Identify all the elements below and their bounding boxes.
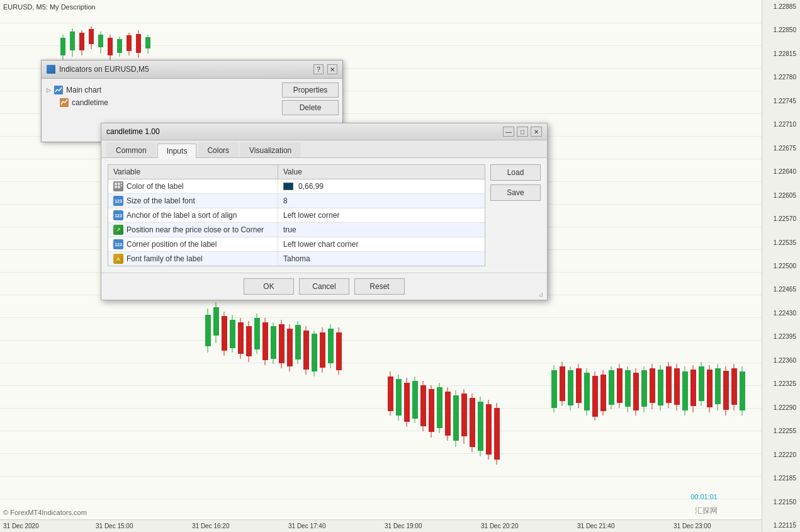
td-value-3[interactable]: true xyxy=(278,224,485,236)
svg-rect-3 xyxy=(70,31,75,50)
svg-rect-117 xyxy=(690,370,696,406)
time-label-7: 31 Dec 23:00 xyxy=(673,523,711,529)
svg-rect-39 xyxy=(279,324,285,363)
svg-rect-133 xyxy=(115,183,117,185)
svg-rect-41 xyxy=(287,329,293,366)
variable-label-1: Size of the label font xyxy=(127,196,195,205)
props-titlebar: candletime 1.00 — □ ✕ xyxy=(101,123,547,140)
svg-rect-15 xyxy=(127,35,132,51)
props-minimize-button[interactable]: — xyxy=(503,127,514,137)
price-5: 1.22710 xyxy=(763,121,799,128)
resize-handle[interactable]: ⊿ xyxy=(538,291,546,298)
svg-rect-57 xyxy=(396,379,402,416)
delete-button[interactable]: Delete xyxy=(282,100,339,115)
table-header: Variable Value xyxy=(108,165,485,179)
price-3: 1.22780 xyxy=(763,74,799,81)
price-18: 1.22255 xyxy=(763,427,799,434)
anchor-icon: 123 xyxy=(113,210,123,220)
load-button[interactable]: Load xyxy=(490,164,541,181)
svg-rect-107 xyxy=(650,368,655,403)
price-6: 1.22675 xyxy=(763,145,799,152)
svg-rect-69 xyxy=(445,392,451,436)
td-value-1[interactable]: 8 xyxy=(278,195,485,207)
tab-inputs[interactable]: Inputs xyxy=(157,144,197,158)
price-11: 1.22500 xyxy=(763,263,799,269)
svg-rect-9 xyxy=(98,35,103,47)
svg-rect-71 xyxy=(453,395,459,441)
price-22: 1.22115 xyxy=(763,522,799,529)
watermark-left: © ForexMT4Indicators.com xyxy=(3,509,87,516)
indicators-close-button[interactable]: ✕ xyxy=(327,64,337,74)
price-9: 1.22570 xyxy=(763,215,799,222)
indicators-title-group: Indicators on EURUSD,M5 xyxy=(47,65,149,74)
svg-rect-55 xyxy=(388,376,393,411)
th-value: Value xyxy=(278,165,485,179)
td-value-5[interactable]: Tahoma xyxy=(278,252,485,265)
ok-button[interactable]: OK xyxy=(244,278,294,295)
price-16: 1.22325 xyxy=(763,380,799,387)
time-label-0: 31 Dec 2020 xyxy=(3,523,39,529)
props-maximize-button[interactable]: □ xyxy=(517,127,528,137)
value-text-3: true xyxy=(283,225,296,234)
table-row: ↗ Position near the price close or to Co… xyxy=(108,223,485,237)
cancel-button[interactable]: Cancel xyxy=(299,278,349,295)
value-text-1: 8 xyxy=(283,196,288,205)
tab-common[interactable]: Common xyxy=(106,143,156,157)
svg-rect-43 xyxy=(295,325,301,359)
svg-rect-137 xyxy=(121,183,122,184)
value-text-4: Left lower chart corner xyxy=(283,240,358,249)
props-footer: OK Cancel Reset xyxy=(101,273,547,300)
tree-main-chart: ▷ Main chart xyxy=(47,84,273,96)
svg-rect-27 xyxy=(230,320,235,348)
props-window-controls: — □ ✕ xyxy=(503,127,542,137)
time-label-2: 31 Dec 16:20 xyxy=(192,523,230,529)
indicators-help-button[interactable]: ? xyxy=(313,64,324,74)
value-text-5: Tahoma xyxy=(283,254,310,263)
svg-rect-45 xyxy=(303,331,309,370)
tab-visualization[interactable]: Visualization xyxy=(240,143,301,157)
reset-button[interactable]: Reset xyxy=(354,278,405,295)
props-dialog-title: candletime 1.00 xyxy=(106,127,160,136)
tree-indicator-item[interactable]: candletime xyxy=(47,96,273,109)
table-row: 123 Corner position of the label Left lo… xyxy=(108,237,485,252)
svg-rect-29 xyxy=(238,322,244,354)
time-label-3: 31 Dec 17:40 xyxy=(288,523,326,529)
svg-rect-127 xyxy=(731,368,737,405)
indicator-icon xyxy=(59,98,69,108)
svg-rect-105 xyxy=(641,370,647,407)
td-value-0[interactable]: 0,66,99 xyxy=(278,180,485,193)
svg-rect-97 xyxy=(609,370,614,405)
indicators-titlebar: Indicators on EURUSD,M5 ? ✕ xyxy=(42,60,342,79)
tab-colors[interactable]: Colors xyxy=(198,143,239,157)
corner-icon: 123 xyxy=(113,239,123,249)
price-13: 1.22430 xyxy=(763,310,799,317)
td-value-4[interactable]: Left lower chart corner xyxy=(278,238,485,251)
td-value-2[interactable]: Left lower corner xyxy=(278,209,485,222)
indicators-dialog-controls: ? ✕ xyxy=(313,64,337,74)
svg-rect-77 xyxy=(478,402,483,451)
svg-rect-85 xyxy=(560,366,565,401)
svg-rect-61 xyxy=(412,381,418,419)
expand-icon: ▷ xyxy=(47,87,51,93)
price-20: 1.22185 xyxy=(763,475,799,482)
table-row: 123 Anchor of the label a sort of align … xyxy=(108,208,485,223)
time-label-5: 31 Dec 20:20 xyxy=(481,523,519,529)
td-variable-2: 123 Anchor of the label a sort of align xyxy=(108,208,278,222)
svg-rect-35 xyxy=(262,322,268,360)
svg-rect-81 xyxy=(494,408,500,460)
indicators-dialog-title: Indicators on EURUSD,M5 xyxy=(59,65,149,74)
svg-rect-25 xyxy=(222,316,227,351)
save-button[interactable]: Save xyxy=(490,184,541,201)
props-close-button[interactable]: ✕ xyxy=(531,127,542,137)
svg-rect-23 xyxy=(213,307,219,336)
time-label-4: 31 Dec 19:00 xyxy=(385,523,422,529)
font-icon: A xyxy=(113,254,123,264)
svg-rect-101 xyxy=(625,370,631,407)
properties-button[interactable]: Properties xyxy=(282,82,339,98)
svg-rect-67 xyxy=(437,387,442,428)
svg-rect-129 xyxy=(740,371,745,410)
svg-rect-135 xyxy=(115,186,117,188)
properties-dialog: candletime 1.00 — □ ✕ Common Inputs Colo… xyxy=(101,123,548,300)
tree-main-chart-label: Main chart xyxy=(66,86,101,94)
indicators-icon xyxy=(47,65,55,74)
